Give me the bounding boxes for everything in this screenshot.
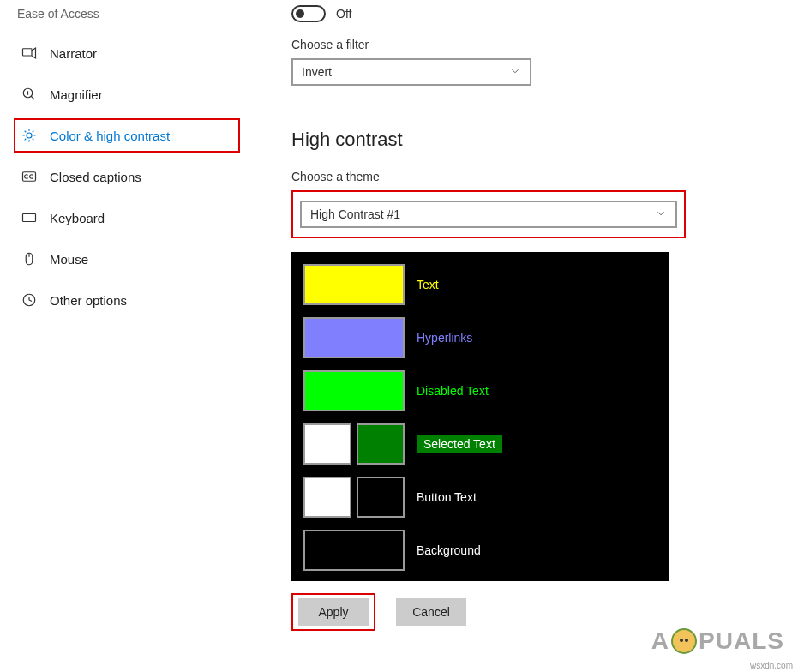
- svg-point-2: [27, 133, 32, 138]
- appuals-logo: A PUALS: [651, 627, 784, 655]
- keyboard-icon: [21, 209, 38, 226]
- theme-label: Choose a theme: [291, 170, 798, 183]
- hyperlinks-swatch-label: Hyperlinks: [417, 331, 472, 345]
- closed-captions-icon: [21, 168, 38, 185]
- text-color-swatch[interactable]: [303, 264, 405, 305]
- button-text-fg-swatch[interactable]: [303, 477, 351, 518]
- sidebar-item-label: Closed captions: [50, 170, 141, 184]
- theme-dropdown-highlight: High Contrast #1: [291, 190, 686, 238]
- sidebar-item-label: Narrator: [50, 46, 97, 61]
- brightness-icon: [21, 127, 38, 144]
- sidebar-title: Ease of Access: [14, 7, 240, 21]
- sidebar-item-keyboard[interactable]: Keyboard: [14, 201, 240, 235]
- sidebar-item-label: Other options: [50, 293, 127, 308]
- svg-rect-0: [23, 49, 33, 56]
- theme-dropdown[interactable]: High Contrast #1: [300, 201, 677, 228]
- button-text-swatch-label: Button Text: [417, 490, 477, 504]
- cancel-button[interactable]: Cancel: [396, 598, 466, 626]
- content-panel: Off Choose a filter Invert High contrast…: [240, 0, 798, 631]
- sidebar-item-other-options[interactable]: Other options: [14, 283, 240, 317]
- hyperlinks-color-swatch[interactable]: [303, 317, 405, 358]
- background-swatch-label: Background: [417, 543, 481, 557]
- sidebar: Ease of Access Narrator Magnifier Color …: [0, 0, 240, 631]
- toggle-state-label: Off: [336, 7, 351, 21]
- other-options-icon: [21, 291, 38, 309]
- sidebar-item-color-high-contrast[interactable]: Color & high contrast: [14, 118, 240, 153]
- chevron-down-icon: [655, 207, 667, 222]
- sidebar-item-narrator[interactable]: Narrator: [14, 36, 240, 70]
- apply-button-highlight: Apply: [291, 593, 375, 631]
- selected-text-fg-swatch[interactable]: [303, 423, 351, 465]
- sidebar-item-magnifier[interactable]: Magnifier: [14, 77, 240, 111]
- sidebar-item-label: Keyboard: [50, 211, 105, 225]
- svg-rect-4: [23, 214, 36, 222]
- logo-text-left: A: [651, 627, 669, 655]
- theme-dropdown-value: High Contrast #1: [310, 207, 400, 221]
- disabled-text-swatch-label: Disabled Text: [417, 384, 489, 398]
- chevron-down-icon: [509, 65, 521, 80]
- text-swatch-label: Text: [417, 278, 439, 291]
- sidebar-item-closed-captions[interactable]: Closed captions: [14, 159, 240, 194]
- sidebar-item-label: Color & high contrast: [50, 129, 170, 143]
- narrator-icon: [21, 45, 38, 62]
- sidebar-item-label: Magnifier: [50, 87, 103, 102]
- filter-toggle[interactable]: [291, 5, 326, 22]
- watermark: wsxdn.com: [750, 661, 793, 670]
- background-color-swatch[interactable]: [303, 530, 405, 571]
- selected-text-bg-swatch[interactable]: [357, 423, 405, 465]
- apply-button[interactable]: Apply: [298, 598, 369, 626]
- filter-dropdown-value: Invert: [302, 65, 332, 79]
- filter-label: Choose a filter: [291, 38, 798, 51]
- logo-text-right: PUALS: [699, 627, 784, 655]
- disabled-text-color-swatch[interactable]: [303, 370, 405, 411]
- sidebar-item-label: Mouse: [50, 252, 88, 267]
- logo-face-icon: [671, 628, 697, 654]
- high-contrast-heading: High contrast: [291, 129, 798, 151]
- button-text-bg-swatch[interactable]: [357, 477, 405, 518]
- filter-dropdown[interactable]: Invert: [291, 58, 531, 86]
- magnifier-icon: [21, 86, 38, 103]
- sidebar-item-mouse[interactable]: Mouse: [14, 242, 240, 276]
- selected-text-swatch-label: Selected Text: [417, 435, 502, 453]
- theme-preview: Text Hyperlinks Disabled Text Selected T…: [291, 252, 669, 581]
- mouse-icon: [21, 250, 38, 267]
